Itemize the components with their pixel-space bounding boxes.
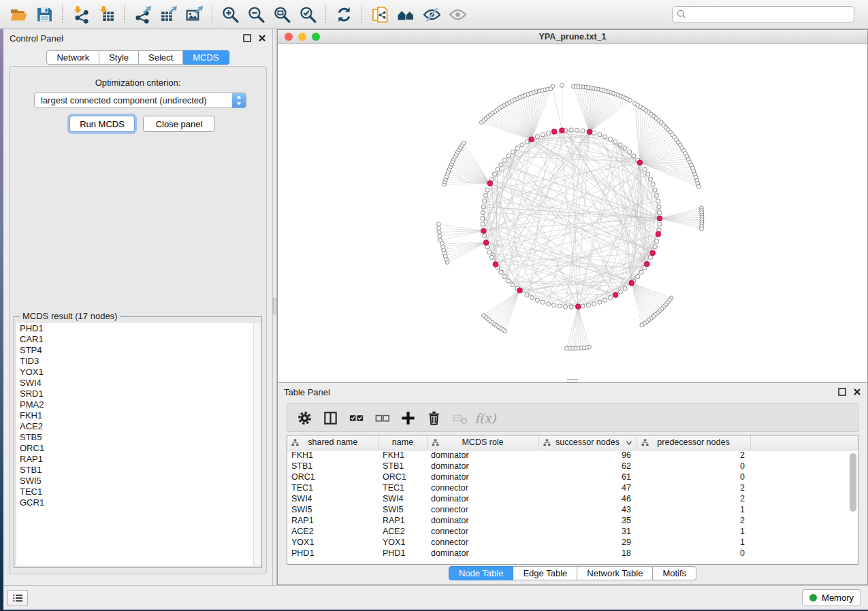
toggle-columns-button[interactable] bbox=[317, 406, 343, 430]
function-builder-button[interactable]: f(x) bbox=[472, 406, 498, 430]
tab-style[interactable]: Style bbox=[99, 50, 139, 65]
table-tab-motifs[interactable]: Motifs bbox=[653, 566, 696, 580]
table-tab-network-table[interactable]: Network Table bbox=[577, 566, 653, 580]
dropdown-stepper-icon bbox=[232, 93, 246, 108]
network-resize-handle[interactable] bbox=[567, 379, 578, 382]
mcds-node-item[interactable]: STB1 bbox=[16, 465, 259, 476]
table-row[interactable]: RAP1RAP1dominator352 bbox=[287, 515, 858, 526]
hide-selected-button[interactable] bbox=[419, 2, 445, 27]
network-canvas[interactable] bbox=[278, 44, 867, 382]
status-bar: Memory bbox=[3, 585, 868, 610]
table-tab-node-table[interactable]: Node Table bbox=[449, 566, 514, 580]
main-toolbar bbox=[0, 0, 868, 29]
node-table-header-row: shared namenameMCDS rolesuccessor nodesp… bbox=[287, 435, 858, 450]
zoom-out-button[interactable] bbox=[243, 2, 269, 27]
cell-name: SWI5 bbox=[379, 504, 427, 515]
mcds-node-item[interactable]: STB5 bbox=[16, 432, 259, 443]
mcds-node-item[interactable]: ACE2 bbox=[16, 421, 259, 432]
column-header-successor-nodes[interactable]: successor nodes bbox=[539, 435, 637, 450]
cell-predecessor-nodes: 1 bbox=[637, 537, 750, 548]
run-mcds-button[interactable]: Run MCDS bbox=[69, 116, 135, 132]
task-history-button[interactable] bbox=[7, 590, 28, 606]
table-row[interactable]: PHD1PHD1dominator180 bbox=[287, 548, 858, 559]
cell-successor-nodes: 62 bbox=[539, 461, 637, 472]
mcds-node-item[interactable]: PHD1 bbox=[16, 323, 259, 334]
table-row[interactable]: TEC1TEC1connector472 bbox=[287, 482, 858, 493]
tab-mcds[interactable]: MCDS bbox=[183, 50, 229, 65]
panel-splitter[interactable] bbox=[272, 29, 277, 585]
column-header-predecessor-nodes[interactable]: predecessor nodes bbox=[637, 435, 750, 450]
close-table-panel-icon[interactable] bbox=[852, 388, 861, 397]
deselect-all-rows-button[interactable] bbox=[369, 406, 395, 430]
tab-network[interactable]: Network bbox=[46, 50, 99, 65]
import-table-button[interactable] bbox=[93, 2, 119, 27]
import-network-button[interactable] bbox=[67, 2, 93, 27]
table-row[interactable]: YOX1YOX1connector291 bbox=[287, 537, 858, 548]
mcds-node-item[interactable]: CAR1 bbox=[16, 334, 259, 345]
show-all-button[interactable] bbox=[445, 2, 470, 27]
table-row[interactable]: ORC1ORC1dominator610 bbox=[287, 472, 858, 482]
cell-successor-nodes: 61 bbox=[539, 472, 637, 482]
mcds-node-item[interactable]: YOX1 bbox=[16, 367, 259, 378]
table-row[interactable]: FKH1FKH1dominator962 bbox=[287, 450, 858, 461]
table-scrollbar-thumb[interactable] bbox=[850, 453, 856, 512]
export-table-button[interactable] bbox=[155, 2, 181, 27]
memory-button[interactable]: Memory bbox=[802, 589, 861, 606]
cell-mcds-role: connector bbox=[427, 526, 539, 537]
clone-network-button[interactable] bbox=[367, 2, 393, 27]
network-window: YPA_prune.txt_1 bbox=[277, 29, 868, 383]
table-tab-edge-table[interactable]: Edge Table bbox=[513, 566, 577, 580]
mcds-node-item[interactable]: PMA2 bbox=[16, 399, 259, 410]
close-panel-button[interactable]: Close panel bbox=[143, 116, 215, 132]
table-row[interactable]: SWI5SWI5connector431 bbox=[287, 504, 858, 515]
mcds-node-item[interactable]: GCR1 bbox=[16, 497, 259, 508]
mcds-node-item[interactable]: SRD1 bbox=[16, 389, 259, 399]
close-window-light[interactable] bbox=[285, 33, 293, 41]
column-header-name[interactable]: name bbox=[379, 435, 427, 450]
mcds-node-item[interactable]: TEC1 bbox=[16, 486, 259, 497]
maximize-window-light[interactable] bbox=[312, 33, 320, 41]
table-row[interactable]: STB1STB1dominator620 bbox=[287, 461, 858, 472]
open-session-button[interactable] bbox=[5, 2, 31, 27]
toolbar-separator bbox=[124, 5, 125, 24]
delete-selected-rows-button[interactable] bbox=[421, 406, 447, 430]
export-network-button[interactable] bbox=[129, 2, 155, 27]
settings-gear-button[interactable] bbox=[291, 406, 317, 430]
splitter-handle[interactable] bbox=[273, 298, 276, 314]
table-type-icon bbox=[291, 439, 299, 446]
search-input[interactable] bbox=[672, 6, 854, 23]
column-header-mcds-role[interactable]: MCDS role bbox=[427, 435, 539, 450]
column-header-shared-name[interactable]: shared name bbox=[287, 435, 379, 450]
save-session-button[interactable] bbox=[31, 2, 57, 27]
first-neighbors-button[interactable] bbox=[393, 2, 419, 27]
close-panel-icon[interactable] bbox=[257, 34, 266, 43]
add-column-button[interactable] bbox=[395, 406, 421, 430]
float-panel-icon[interactable] bbox=[242, 34, 251, 43]
table-row[interactable]: SWI4SWI4dominator462 bbox=[287, 493, 858, 504]
mcds-node-item[interactable]: SWI4 bbox=[16, 378, 259, 389]
select-all-rows-button[interactable] bbox=[343, 406, 369, 430]
open-session-icon bbox=[10, 5, 28, 24]
mcds-node-item[interactable]: SWI5 bbox=[16, 476, 259, 486]
mcds-list-scrollbar[interactable] bbox=[253, 323, 261, 565]
mcds-result-list[interactable]: PHD1CAR1STP4TID3YOX1SWI4SRD1PMA2FKH1ACE2… bbox=[16, 323, 259, 565]
minimize-window-light[interactable] bbox=[298, 33, 306, 41]
table-row[interactable]: ACE2ACE2connector311 bbox=[287, 526, 858, 537]
tab-select[interactable]: Select bbox=[139, 50, 183, 65]
zoom-fit-button[interactable] bbox=[269, 2, 295, 27]
column-header-filler bbox=[750, 435, 858, 450]
mcds-node-item[interactable]: STP4 bbox=[16, 345, 259, 356]
cell-successor-nodes: 43 bbox=[539, 504, 637, 515]
mcds-node-item[interactable]: TID3 bbox=[16, 356, 259, 367]
float-table-panel-icon[interactable] bbox=[837, 388, 846, 397]
mcds-node-item[interactable]: ORC1 bbox=[16, 443, 259, 454]
criterion-dropdown[interactable]: largest connected component (undirected) bbox=[34, 93, 246, 108]
delete-table-button[interactable] bbox=[447, 406, 472, 430]
export-image-button[interactable] bbox=[181, 2, 207, 27]
refresh-network-button[interactable] bbox=[331, 2, 357, 27]
graph-leaf-nodes[interactable] bbox=[436, 84, 704, 350]
mcds-node-item[interactable]: RAP1 bbox=[16, 454, 259, 465]
zoom-in-button[interactable] bbox=[217, 2, 243, 27]
mcds-node-item[interactable]: FKH1 bbox=[16, 410, 259, 421]
zoom-selected-button[interactable] bbox=[295, 2, 321, 27]
